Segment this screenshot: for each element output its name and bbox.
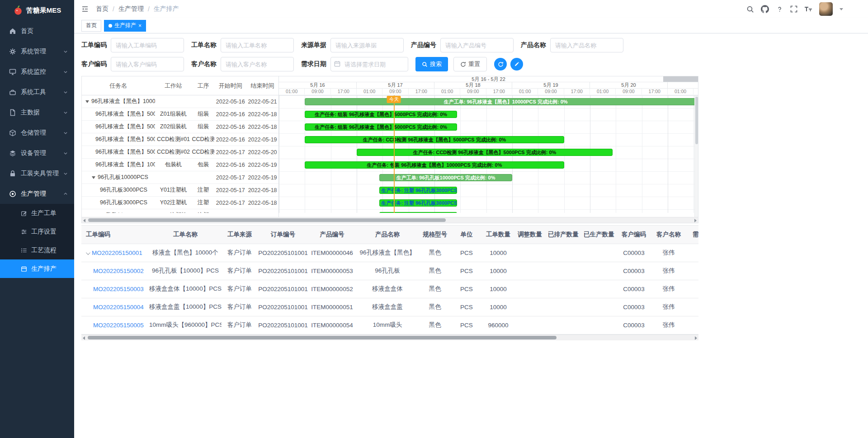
- gantt-bar-task[interactable]: 生产任务: 组装 96孔移液盒【黑色】5000PCS 完成比例: 0%: [305, 111, 457, 118]
- table-horizontal-scrollbar[interactable]: [81, 334, 698, 340]
- gantt-table-body: 96孔移液盒【黑色】10000PCS 2022-05-16 2022-05-21…: [82, 95, 278, 213]
- sidebar-item-equipment[interactable]: 设备管理: [0, 143, 74, 163]
- table-row[interactable]: MO202205150002 96孔孔板【10000】PCS 客户订单 PO20…: [81, 262, 698, 280]
- tab-production-scheduling[interactable]: 生产排产 ×: [104, 20, 146, 32]
- search-button[interactable]: 搜索: [415, 57, 448, 71]
- calendar-icon: [334, 61, 340, 67]
- scroll-right-arrow-icon[interactable]: [695, 336, 697, 340]
- workorder-link[interactable]: MO202205150002: [93, 268, 144, 274]
- target-icon: [9, 190, 16, 198]
- scroll-right-arrow-icon[interactable]: [694, 219, 697, 222]
- gantt-vertical-scrollbar[interactable]: [694, 96, 698, 217]
- sidebar-toggle-icon[interactable]: [81, 5, 89, 13]
- chevron-down-icon: [63, 49, 68, 54]
- cube-icon: [9, 129, 16, 137]
- workorder-code-input[interactable]: [111, 38, 184, 52]
- product-code-input[interactable]: [440, 38, 514, 52]
- breadcrumb-current: 生产排产: [154, 5, 179, 13]
- chevron-down-icon: [63, 90, 68, 94]
- breadcrumb-home[interactable]: 首页: [96, 5, 108, 13]
- sidebar-item-process-settings[interactable]: 工序设置: [0, 222, 74, 241]
- scrollbar-thumb[interactable]: [695, 97, 698, 144]
- filter-row-1: 工单编码 工单名称 来源单据 产品编号 产品名称: [81, 38, 861, 52]
- collapse-triangle-icon[interactable]: [85, 100, 89, 103]
- gantt-bar-task[interactable]: 生产任务: CCD检测 96孔移液盒【黑色】5000PCS 完成比例: 0%: [357, 149, 613, 156]
- demand-date-input[interactable]: [330, 57, 408, 71]
- gantt-row[interactable]: 96孔移液盒【黑色】5000PCS CCD检测#02 CCD检测 2022-05…: [82, 146, 278, 159]
- sidebar-item-system-tools[interactable]: 系统工具: [0, 82, 74, 102]
- gantt-bar-workorder[interactable]: 生产工单: 96孔移液盒【黑色】10000PCS 完成比例: 0%: [305, 98, 698, 105]
- table-row[interactable]: MO202205150001 移液盒【黑色】10000个 客户订单 PO2022…: [81, 244, 698, 262]
- gantt-row[interactable]: 96孔孔板3000PCS Y03注塑机 注塑 2022-05-17 2022-0…: [82, 209, 278, 213]
- today-label: 今天: [387, 96, 401, 103]
- workorder-link[interactable]: MO202205150005: [93, 322, 144, 329]
- refresh-circle-button[interactable]: [494, 58, 507, 71]
- gantt-bar-task[interactable]: 生产任务: 注塑 96孔孔板3000PCS 完成比例: 0%: [379, 199, 457, 207]
- customer-name-input[interactable]: [221, 57, 294, 71]
- help-icon[interactable]: [776, 5, 783, 13]
- customer-code-input[interactable]: [111, 57, 184, 71]
- user-avatar[interactable]: [819, 2, 833, 16]
- tab-home[interactable]: 首页: [81, 20, 101, 32]
- layers-icon: [9, 150, 16, 157]
- gantt-bar-task[interactable]: 生产任务: 注塑 96孔孔板3000PCS 完成比例: 0%: [379, 212, 457, 213]
- product-name-input[interactable]: [550, 38, 623, 52]
- breadcrumb-production[interactable]: 生产管理: [118, 5, 144, 13]
- chevron-down-icon: [63, 131, 68, 135]
- table-row[interactable]: MO202205150005 10mm吸头【960000】PCS 客户订单 PO…: [81, 316, 698, 334]
- breadcrumb: 首页 / 生产管理 / 生产排产: [96, 5, 179, 13]
- page-content: 工单编码 工单名称 来源单据 产品编号 产品名称 客户编码: [74, 33, 868, 438]
- edit-circle-button[interactable]: [510, 58, 523, 71]
- reset-button[interactable]: 重置: [453, 57, 487, 71]
- gantt-bar-task[interactable]: 生产任务: 包装 96孔移液盒【黑色】10000PCS 完成比例: 0%: [305, 161, 564, 169]
- user-caret-down-icon[interactable]: [840, 8, 843, 10]
- scrollbar-thumb[interactable]: [88, 336, 557, 339]
- gantt-row[interactable]: 96孔移液盒【黑色】5000PCS Z01组装机 组装 2022-05-16 2…: [82, 108, 278, 121]
- gantt-bar-workorder[interactable]: 生产工单: 96孔孔板10000PCS 完成比例: 0%: [379, 174, 512, 181]
- production-submenu: 生产工单 工序设置 工艺流程 生产排产: [0, 204, 74, 278]
- sidebar-item-system-monitor[interactable]: 系统监控: [0, 61, 74, 82]
- search-icon[interactable]: [746, 5, 754, 13]
- edit-icon: [21, 210, 27, 217]
- gantt-row[interactable]: 96孔移液盒【黑色】10000PCS 2022-05-16 2022-05-21: [82, 95, 278, 108]
- sidebar-item-warehouse[interactable]: 仓储管理: [0, 122, 74, 143]
- font-size-icon[interactable]: [804, 5, 812, 13]
- fullscreen-icon[interactable]: [790, 5, 797, 13]
- gantt-row[interactable]: 96孔孔板3000PCS Y02注塑机 注塑 2022-05-17 2022-0…: [82, 197, 278, 209]
- scrollbar-thumb[interactable]: [88, 218, 446, 222]
- gantt-bar-task[interactable]: 生产任务: 组装 96孔移液盒【黑色】5000PCS 完成比例: 0%: [305, 123, 457, 131]
- sidebar-item-system-admin[interactable]: 系统管理: [0, 41, 74, 61]
- table-row[interactable]: MO202205150003 移液盒盒体【10000】PCS 客户订单 PO20…: [81, 280, 698, 298]
- sidebar-item-master-data[interactable]: 主数据: [0, 102, 74, 122]
- workorder-link[interactable]: MO202205150001: [92, 250, 142, 256]
- workorder-link[interactable]: MO202205150004: [93, 304, 144, 311]
- scroll-left-arrow-icon[interactable]: [83, 336, 85, 340]
- workorder-link[interactable]: MO202205150003: [93, 286, 144, 292]
- app-logo[interactable]: 苦糖果MES: [0, 0, 74, 21]
- gantt-row[interactable]: 96孔孔板3000PCS Y01注塑机 注塑 2022-05-17 2022-0…: [82, 184, 278, 197]
- sidebar-item-process-flow[interactable]: 工艺流程: [0, 241, 74, 259]
- source-doc-input[interactable]: [330, 38, 404, 52]
- gantt-hour-row: 01:0009:0017:00 01:0009:0017:00 01:0009:…: [279, 89, 698, 94]
- gantt-bar-task[interactable]: 生产任务: 注塑 96孔孔板3000PCS 完成比例: 0%: [379, 187, 457, 194]
- document-icon: [9, 109, 16, 116]
- sidebar-item-production-scheduling[interactable]: 生产排产: [0, 259, 74, 278]
- gantt-row[interactable]: 96孔移液盒【黑色】5000PCS Z02组装机 组装 2022-05-16 2…: [82, 121, 278, 133]
- github-icon[interactable]: [761, 5, 769, 13]
- sidebar-item-work-orders[interactable]: 生产工单: [0, 204, 74, 222]
- expand-chevron-icon[interactable]: [86, 250, 90, 255]
- workorder-name-input[interactable]: [221, 38, 294, 52]
- sidebar-item-production[interactable]: 生产管理: [0, 184, 74, 204]
- gantt-bar-task[interactable]: 生产任务: CCD检测 96孔移液盒【黑色】5000PCS 完成比例: 0%: [305, 136, 564, 143]
- gantt-horizontal-scrollbar[interactable]: [82, 217, 698, 223]
- scroll-left-arrow-icon[interactable]: [83, 219, 85, 222]
- berry-logo-icon: [13, 5, 23, 15]
- tab-close-icon[interactable]: ×: [138, 23, 142, 28]
- sidebar-item-fixtures[interactable]: 工装夹具管理: [0, 163, 74, 184]
- gantt-row[interactable]: 96孔孔板10000PCS 2022-05-17 2022-05-19: [82, 171, 278, 184]
- collapse-triangle-icon[interactable]: [92, 176, 95, 179]
- gantt-row[interactable]: 96孔移液盒【黑色】5000PCS CCD检测#01 CCD检测 2022-05…: [82, 133, 278, 146]
- gantt-row[interactable]: 96孔移液盒【黑色】10000PCS 包装机 包装 2022-05-16 202…: [82, 159, 278, 171]
- table-row[interactable]: MO202205150004 移液盒盒盖【10000】PCS 客户订单 PO20…: [81, 298, 698, 316]
- sidebar-item-home[interactable]: 首页: [0, 21, 74, 41]
